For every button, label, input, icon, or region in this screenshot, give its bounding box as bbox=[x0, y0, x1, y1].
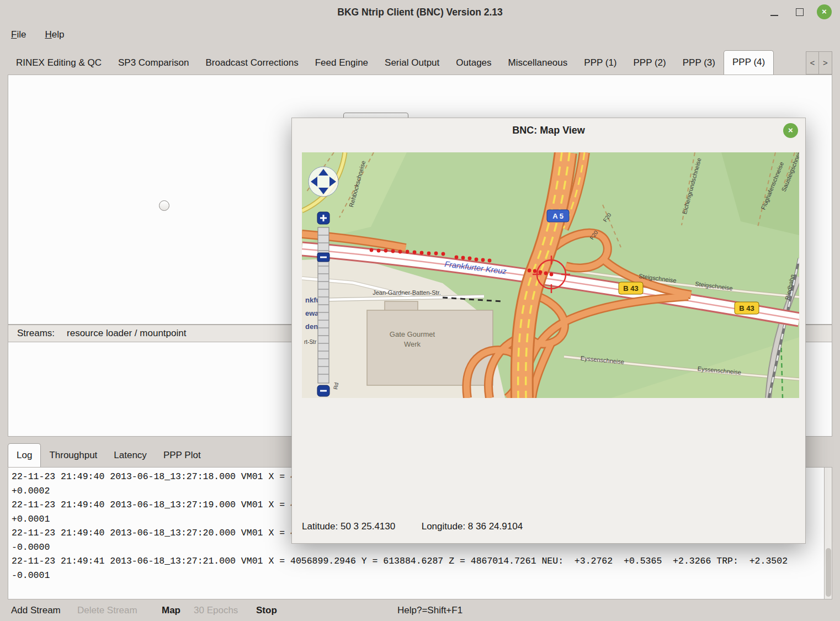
dialog-close-icon[interactable]: × bbox=[783, 123, 798, 138]
label-gate-gourmet: Werk bbox=[404, 340, 421, 348]
map-canvas[interactable]: A 5 B 43 B 43 Frankfurter Kreuz Jean-Gar… bbox=[302, 152, 799, 398]
road-shield-b43: B 43 bbox=[735, 302, 759, 314]
stop-button[interactable]: Stop bbox=[256, 599, 277, 621]
road-shield-b43: B 43 bbox=[619, 282, 643, 294]
help-hint: Help?=Shift+F1 bbox=[397, 599, 462, 621]
add-stream-button[interactable]: Add Stream bbox=[11, 599, 61, 621]
zoom-out-button[interactable] bbox=[317, 385, 329, 396]
tab-ppp-plot[interactable]: PPP Plot bbox=[155, 444, 209, 467]
tab-throughput[interactable]: Throughput bbox=[41, 444, 105, 467]
map-pan-control[interactable] bbox=[309, 167, 338, 197]
tab-scroll-right-icon[interactable]: > bbox=[819, 51, 832, 75]
tab-log[interactable]: Log bbox=[8, 443, 41, 467]
title-bar[interactable]: BKG Ntrip Client (BNC) Version 2.13 × bbox=[0, 0, 840, 24]
map-view-dialog[interactable]: BNC: Map View × bbox=[291, 118, 806, 544]
latitude-label: Latitude: bbox=[302, 521, 338, 532]
log-scrollbar-thumb[interactable] bbox=[826, 548, 831, 597]
log-line: -0.0001 bbox=[8, 569, 832, 583]
zoom-in-button[interactable] bbox=[317, 212, 329, 224]
svg-text:B 43: B 43 bbox=[739, 304, 754, 312]
tab-miscellaneous[interactable]: Miscellaneous bbox=[500, 51, 576, 75]
svg-text:B 43: B 43 bbox=[623, 284, 638, 293]
window-title: BKG Ntrip Client (BNC) Version 2.13 bbox=[0, 0, 840, 24]
zoom-slider[interactable] bbox=[318, 227, 329, 383]
log-tab-bar: Log Throughput Latency PPP Plot bbox=[8, 444, 209, 467]
log-line: 22-11-23 21:49:41 2013-06-18_13:27:21.00… bbox=[8, 554, 832, 569]
longitude-value: 8 36 24.9104 bbox=[468, 521, 523, 532]
tab-scrollers: < > bbox=[806, 51, 832, 75]
menu-bar: File Help bbox=[0, 24, 840, 45]
tab-feed-engine[interactable]: Feed Engine bbox=[307, 51, 376, 75]
label-gate-gourmet: Gate Gourmet bbox=[390, 330, 435, 338]
menu-file[interactable]: File bbox=[11, 29, 26, 40]
latitude-value: 50 3 25.4130 bbox=[341, 521, 395, 532]
label-rd: Rd bbox=[332, 382, 339, 390]
longitude-label: Longitude: bbox=[422, 521, 465, 532]
tab-rinex-editing-qc[interactable]: RINEX Editing & QC bbox=[8, 51, 110, 75]
gate-gourmet-building bbox=[367, 301, 493, 385]
tab-broadcast-corrections[interactable]: Broadcast Corrections bbox=[197, 51, 306, 75]
svg-text:A 5: A 5 bbox=[552, 212, 563, 220]
road-shield-a5: A 5 bbox=[547, 210, 569, 222]
status-bar: Add Stream Delete Stream Map 30 Epochs S… bbox=[0, 599, 840, 621]
label-street: Jean-Gardner-Batten-Str. bbox=[373, 289, 441, 296]
tab-sp3-comparison[interactable]: SP3 Comparison bbox=[110, 51, 198, 75]
speed-slider-handle[interactable] bbox=[159, 200, 169, 211]
delete-stream-button: Delete Stream bbox=[77, 599, 137, 621]
epochs-button: 30 Epochs bbox=[194, 599, 238, 621]
tab-latency[interactable]: Latency bbox=[105, 444, 155, 467]
minimize-icon[interactable] bbox=[770, 15, 778, 16]
map-button[interactable]: Map bbox=[162, 599, 180, 621]
tab-ppp-3[interactable]: PPP (3) bbox=[674, 51, 724, 75]
tab-ppp-2[interactable]: PPP (2) bbox=[625, 51, 674, 75]
log-scrollbar[interactable] bbox=[824, 468, 832, 599]
streams-columns-label: resource loader / mountpoint bbox=[67, 328, 186, 339]
tab-ppp-4[interactable]: PPP (4) bbox=[724, 50, 774, 75]
bnc-window: BKG Ntrip Client (BNC) Version 2.13 × Fi… bbox=[0, 0, 840, 621]
label-street-partial: rt-Str bbox=[304, 339, 317, 345]
tab-ppp-1[interactable]: PPP (1) bbox=[576, 51, 625, 75]
map-image[interactable]: A 5 B 43 B 43 Frankfurter Kreuz Jean-Gar… bbox=[302, 152, 799, 398]
maximize-icon[interactable] bbox=[796, 8, 804, 16]
tab-serial-output[interactable]: Serial Output bbox=[376, 51, 448, 75]
dialog-title: BNC: Map View bbox=[292, 125, 805, 136]
coordinate-status: Latitude: 50 3 25.4130 Longitude: 8 36 2… bbox=[302, 521, 523, 532]
tab-scroll-left-icon[interactable]: < bbox=[806, 51, 819, 75]
zoom-slider-handle[interactable] bbox=[317, 253, 329, 262]
tab-outages[interactable]: Outages bbox=[448, 51, 499, 75]
menu-help[interactable]: Help bbox=[45, 29, 64, 40]
tab-bar: RINEX Editing & QC SP3 Comparison Broadc… bbox=[8, 51, 806, 75]
streams-label: Streams: bbox=[17, 328, 55, 339]
close-icon[interactable]: × bbox=[817, 4, 832, 19]
